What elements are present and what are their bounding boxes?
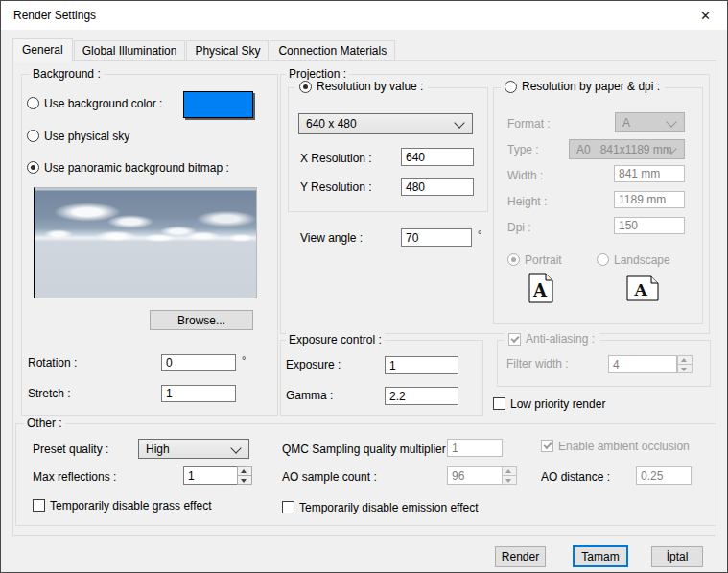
tab-connection-materials[interactable]: Connection Materials xyxy=(270,40,395,61)
background-group-label: Background : xyxy=(30,67,104,81)
paper-width-input xyxy=(614,165,685,182)
tab-general[interactable]: General xyxy=(12,38,73,62)
gamma-input[interactable] xyxy=(385,387,458,405)
resolution-by-value-label: Resolution by value : xyxy=(317,80,423,94)
view-angle-input[interactable] xyxy=(401,228,472,247)
x-resolution-label: X Resolution : xyxy=(300,152,372,166)
browse-button[interactable]: Browse... xyxy=(150,310,253,330)
tab-label: Connection Materials xyxy=(278,44,387,58)
render-button-label: Render xyxy=(502,550,539,563)
exposure-input[interactable] xyxy=(385,356,458,374)
title-bar: Render Settings ✕ xyxy=(1,1,727,30)
disable-grass-label: Temporarily disable grass effect xyxy=(50,499,212,513)
paper-type-value: A0 841x1189 mm xyxy=(576,143,672,156)
close-icon: ✕ xyxy=(700,9,711,23)
tab-label: Physical Sky xyxy=(195,44,260,58)
portrait-page-icon: A xyxy=(528,273,553,303)
anti-aliasing-label: Anti-aliasing : xyxy=(526,332,595,346)
ao-sample-count-spinner xyxy=(502,466,517,485)
use-panoramic-bitmap-label: Use panoramic background bitmap : xyxy=(44,161,229,176)
chevron-down-icon xyxy=(230,442,241,453)
paper-height-input xyxy=(614,191,685,208)
disable-grass-checkbox[interactable] xyxy=(33,499,45,512)
other-group-label: Other : xyxy=(24,417,65,430)
low-priority-render-checkbox[interactable] xyxy=(493,397,505,410)
filter-width-input xyxy=(608,355,677,373)
spinner-up-icon xyxy=(502,466,517,476)
projection-group-label: Projection : xyxy=(286,67,349,81)
max-reflections-label: Max reflections : xyxy=(33,470,116,485)
exposure-control-label: Exposure control : xyxy=(286,333,385,346)
resolution-preset-select[interactable]: 640 x 480 xyxy=(298,113,473,134)
anti-aliasing-checkbox xyxy=(508,333,521,346)
use-physical-sky-radio[interactable] xyxy=(27,130,39,142)
resolution-by-paper-radio[interactable] xyxy=(505,81,517,93)
resolution-by-paper-label: Resolution by paper & dpi : xyxy=(522,80,660,94)
tab-label: Global Illumination xyxy=(82,44,177,58)
tab-strip: General Global Illumination Physical Sky… xyxy=(12,40,396,61)
spinner-down-icon xyxy=(502,476,517,485)
dpi-label: Dpi : xyxy=(507,221,531,235)
exposure-label: Exposure : xyxy=(286,358,341,372)
format-label: Format : xyxy=(507,117,551,131)
stretch-label: Stretch : xyxy=(28,387,71,401)
window-title: Render Settings xyxy=(13,9,96,22)
ok-button-label: Tamam xyxy=(581,550,619,563)
disable-emission-checkbox[interactable] xyxy=(282,501,294,513)
max-reflections-input[interactable] xyxy=(183,466,238,485)
dpi-input xyxy=(614,217,685,234)
y-resolution-label: Y Resolution : xyxy=(300,180,372,195)
resolution-by-value-radio[interactable] xyxy=(299,81,312,93)
tab-global-illumination[interactable]: Global Illumination xyxy=(74,40,186,61)
enable-ambient-occlusion-label: Enable ambient occlusion xyxy=(558,440,690,454)
paper-type-select: A0 841x1189 mm xyxy=(569,139,685,159)
format-select: A xyxy=(615,112,685,132)
resolution-preset-value: 640 x 480 xyxy=(306,117,357,131)
use-physical-sky-label: Use physical sky xyxy=(44,130,129,144)
ok-button[interactable]: Tamam xyxy=(573,545,628,567)
ao-sample-count-input xyxy=(447,466,503,485)
disable-emission-label: Temporarily disable emission effect xyxy=(299,501,479,515)
portrait-label: Portrait xyxy=(525,253,562,268)
spinner-down-icon xyxy=(677,365,693,373)
chevron-down-icon xyxy=(666,116,676,127)
preset-quality-select[interactable]: High xyxy=(138,439,249,459)
landscape-page-icon: A xyxy=(626,275,659,301)
browse-button-label: Browse... xyxy=(177,314,225,327)
preset-quality-label: Preset quality : xyxy=(33,442,108,457)
svg-text:A: A xyxy=(532,280,548,300)
filter-width-spinner xyxy=(677,355,693,373)
rotation-input[interactable] xyxy=(161,354,236,371)
tab-physical-sky[interactable]: Physical Sky xyxy=(186,40,269,61)
svg-text:A: A xyxy=(633,280,647,299)
tab-label: General xyxy=(22,43,63,57)
preset-quality-value: High xyxy=(146,442,170,456)
gamma-label: Gamma : xyxy=(286,389,333,403)
spinner-up-icon xyxy=(677,355,693,365)
spinner-up-icon[interactable] xyxy=(237,466,252,476)
y-resolution-input[interactable] xyxy=(401,178,474,196)
background-color-swatch[interactable] xyxy=(183,91,253,118)
ao-distance-label: AO distance : xyxy=(541,470,610,485)
stretch-input[interactable] xyxy=(161,385,236,402)
spinner-down-icon[interactable] xyxy=(237,476,252,485)
rotation-label: Rotation : xyxy=(28,356,77,370)
close-button[interactable]: ✕ xyxy=(684,1,727,30)
format-value: A xyxy=(622,116,630,130)
height-label: Height : xyxy=(507,195,547,209)
width-label: Width : xyxy=(507,169,543,183)
use-panoramic-bitmap-radio[interactable] xyxy=(27,161,39,174)
use-background-color-radio[interactable] xyxy=(27,97,39,109)
view-angle-degree-unit: ° xyxy=(478,228,481,240)
ao-sample-count-label: AO sample count : xyxy=(282,470,377,485)
max-reflections-spinner[interactable] xyxy=(237,466,252,485)
render-settings-dialog: Render Settings ✕ General Global Illumin… xyxy=(0,0,728,573)
cancel-button[interactable]: İptal xyxy=(651,546,703,567)
render-button[interactable]: Render xyxy=(495,546,546,567)
filter-width-label: Filter width : xyxy=(506,357,569,371)
x-resolution-input[interactable] xyxy=(401,148,474,166)
portrait-radio xyxy=(507,253,520,266)
low-priority-render-label: Low priority render xyxy=(510,397,605,412)
chevron-down-icon xyxy=(454,117,464,128)
qmc-multiplier-label: QMC Sampling quality multiplier : xyxy=(282,442,452,457)
